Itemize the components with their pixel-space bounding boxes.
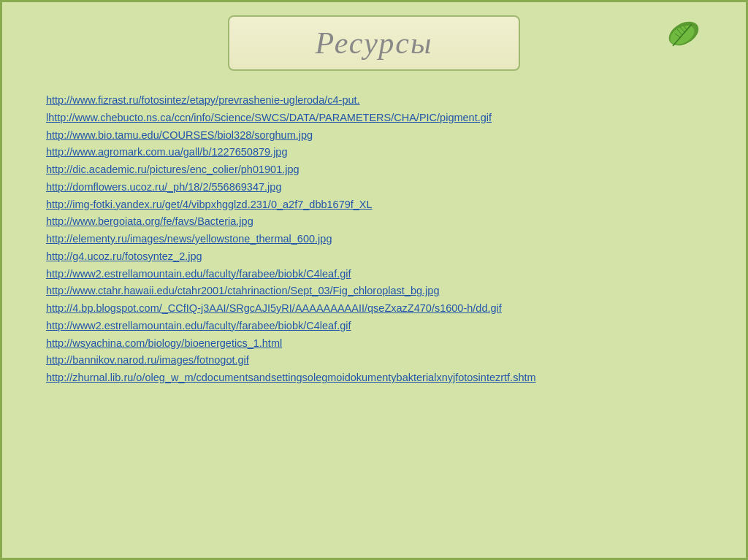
list-item: http://www.ctahr.hawaii.edu/ctahr2001/ct…: [46, 283, 702, 299]
list-item: http://4.bp.blogspot.com/_CCfIQ-j3AAI/SR…: [46, 301, 702, 317]
resource-link[interactable]: http://g4.ucoz.ru/fotosyntez_2.jpg: [46, 250, 202, 262]
resource-link[interactable]: http://img-fotki.yandex.ru/get/4/vibpxhg…: [46, 199, 373, 210]
slide-container: Ресурсы http://www.fizrast.ru/fotosintez…: [0, 0, 748, 560]
resource-link[interactable]: http://4.bp.blogspot.com/_CCfIQ-j3AAI/SR…: [46, 302, 502, 314]
list-item: http://dic.academic.ru/pictures/enc_coli…: [46, 162, 702, 178]
resource-link[interactable]: http://www.agromark.com.ua/gall/b/122765…: [46, 146, 287, 158]
list-item: http://domflowers.ucoz.ru/_ph/18/2/55686…: [46, 180, 702, 196]
page-title: Ресурсы: [316, 26, 433, 60]
title-box: Ресурсы: [228, 15, 520, 71]
list-item: http://bannikov.narod.ru/images/fotnogot…: [46, 353, 702, 369]
list-item: http://www.agromark.com.ua/gall/b/122765…: [46, 145, 702, 161]
list-item: http://www.bio.tamu.edu/COURSES/biol328/…: [46, 128, 702, 144]
resource-link[interactable]: http://domflowers.ucoz.ru/_ph/18/2/55686…: [46, 181, 281, 193]
resource-link[interactable]: http://www.fizrast.ru/fotosintez/etapy/p…: [46, 94, 360, 106]
resource-link[interactable]: http://wsyachina.com/biology/bioenergeti…: [46, 337, 282, 349]
resource-link[interactable]: http://elementy.ru/images/news/yellowsto…: [46, 233, 332, 245]
resource-link[interactable]: http://zhurnal.lib.ru/o/oleg_w_m/cdocume…: [46, 372, 536, 383]
list-item: http://www2.estrellamountain.edu/faculty…: [46, 266, 702, 283]
resource-link[interactable]: http://www2.estrellamountain.edu/faculty…: [46, 268, 351, 280]
list-item: lhttp://www.chebucto.ns.ca/ccn/info/Scie…: [46, 110, 702, 126]
links-list: http://www.fizrast.ru/fotosintez/etapy/p…: [46, 93, 702, 386]
resource-link[interactable]: http://bannikov.narod.ru/images/fotnogot…: [46, 354, 249, 366]
header-area: Ресурсы: [2, 2, 746, 78]
list-item: http://g4.ucoz.ru/fotosyntez_2.jpg: [46, 249, 702, 265]
resource-link[interactable]: http://www.ctahr.hawaii.edu/ctahr2001/ct…: [46, 285, 439, 296]
leaf-icon: [658, 13, 702, 57]
list-item: http://wsyachina.com/biology/bioenergeti…: [46, 336, 702, 352]
resource-link[interactable]: http://www.bio.tamu.edu/COURSES/biol328/…: [46, 129, 313, 141]
list-item: http://zhurnal.lib.ru/o/oleg_w_m/cdocume…: [46, 370, 702, 386]
resource-link[interactable]: lhttp://www.chebucto.ns.ca/ccn/info/Scie…: [46, 112, 492, 123]
list-item: http://www2.estrellamountain.edu/faculty…: [46, 318, 702, 334]
resource-link[interactable]: http://www2.estrellamountain.edu/faculty…: [46, 320, 351, 331]
list-item: http://www.fizrast.ru/fotosintez/etapy/p…: [46, 93, 702, 109]
resource-link[interactable]: http://dic.academic.ru/pictures/enc_coli…: [46, 164, 299, 175]
list-item: http://img-fotki.yandex.ru/get/4/vibpxhg…: [46, 197, 702, 213]
list-item: http://www.bergoiata.org/fe/favs/Bacteri…: [46, 214, 702, 230]
resource-link[interactable]: http://www.bergoiata.org/fe/favs/Bacteri…: [46, 215, 253, 227]
content-area: http://www.fizrast.ru/fotosintez/etapy/p…: [2, 78, 746, 401]
list-item: http://elementy.ru/images/news/yellowsto…: [46, 231, 702, 248]
